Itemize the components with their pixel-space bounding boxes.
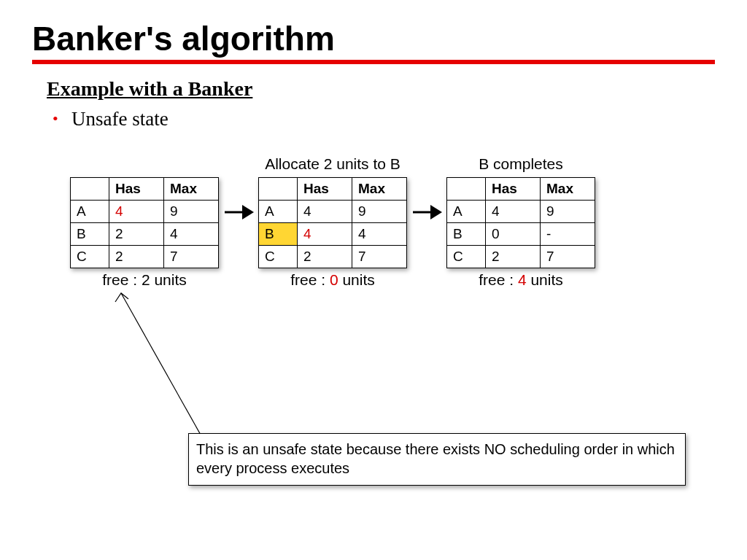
row-max: 7: [164, 246, 219, 268]
row-name: A: [259, 201, 298, 223]
state-table-block: Allocate 2 units to BHasMaxA49B44C27free…: [258, 155, 407, 289]
row-name: B: [259, 223, 298, 246]
row-max: 7: [352, 246, 407, 268]
table-row: C27: [259, 246, 407, 268]
arrow-right-icon: [219, 155, 258, 224]
row-name: A: [71, 201, 109, 223]
bullet-row: •Unsafe state: [0, 101, 747, 131]
col-header-has: Has: [486, 178, 541, 201]
row-name: C: [71, 246, 109, 268]
state-table: HasMaxA49B0-C27: [446, 177, 595, 268]
row-max: -: [541, 223, 595, 246]
svg-marker-1: [242, 205, 254, 219]
state-table-block: HasMaxA49B24C27free : 2 units: [70, 155, 219, 289]
table-caption: [70, 155, 219, 174]
row-max: 4: [352, 223, 407, 246]
row-has: 2: [298, 246, 352, 268]
bullet-dot-icon: •: [53, 109, 71, 128]
tables-container: HasMaxA49B24C27free : 2 unitsAllocate 2 …: [0, 155, 747, 289]
table-row: B44: [259, 223, 407, 246]
col-header-max: Max: [164, 178, 219, 201]
table-row: A49: [447, 201, 595, 223]
col-header-max: Max: [541, 178, 595, 201]
table-row: A49: [259, 201, 407, 223]
row-name: C: [447, 246, 486, 268]
table-row: C27: [447, 246, 595, 268]
state-table: HasMaxA49B24C27: [70, 177, 219, 268]
col-header-max: Max: [352, 178, 407, 201]
free-units-label: free : 0 units: [258, 271, 407, 289]
row-has: 4: [298, 223, 352, 246]
svg-line-4: [121, 293, 201, 436]
row-has: 4: [109, 201, 164, 223]
free-units-label: free : 2 units: [70, 271, 219, 289]
row-has: 0: [486, 223, 541, 246]
callout-box: This is an unsafe state because there ex…: [188, 433, 686, 486]
arrow-right-icon: [407, 155, 446, 224]
table-row: B0-: [447, 223, 595, 246]
section-subtitle: Example with a Banker: [0, 64, 747, 101]
row-has: 2: [109, 223, 164, 246]
free-units-label: free : 4 units: [446, 271, 595, 289]
row-max: 9: [541, 201, 595, 223]
row-has: 4: [298, 201, 352, 223]
callout-connector-line: [109, 290, 255, 451]
table-row: C27: [71, 246, 219, 268]
row-name: C: [259, 246, 298, 268]
state-table: HasMaxA49B44C27: [258, 177, 407, 268]
col-header-has: Has: [109, 178, 164, 201]
table-caption: B completes: [446, 155, 595, 174]
row-name: B: [71, 223, 109, 246]
svg-marker-3: [430, 205, 442, 219]
row-has: 4: [486, 201, 541, 223]
row-max: 9: [352, 201, 407, 223]
table-caption: Allocate 2 units to B: [258, 155, 407, 174]
table-row: B24: [71, 223, 219, 246]
row-max: 7: [541, 246, 595, 268]
row-max: 4: [164, 223, 219, 246]
row-name: B: [447, 223, 486, 246]
row-max: 9: [164, 201, 219, 223]
row-has: 2: [109, 246, 164, 268]
table-row: A49: [71, 201, 219, 223]
state-table-block: B completesHasMaxA49B0-C27free : 4 units: [446, 155, 595, 289]
bullet-text: Unsafe state: [71, 108, 169, 130]
row-has: 2: [486, 246, 541, 268]
row-name: A: [447, 201, 486, 223]
col-header-has: Has: [298, 178, 352, 201]
slide-title: Banker's algorithm: [0, 0, 747, 60]
